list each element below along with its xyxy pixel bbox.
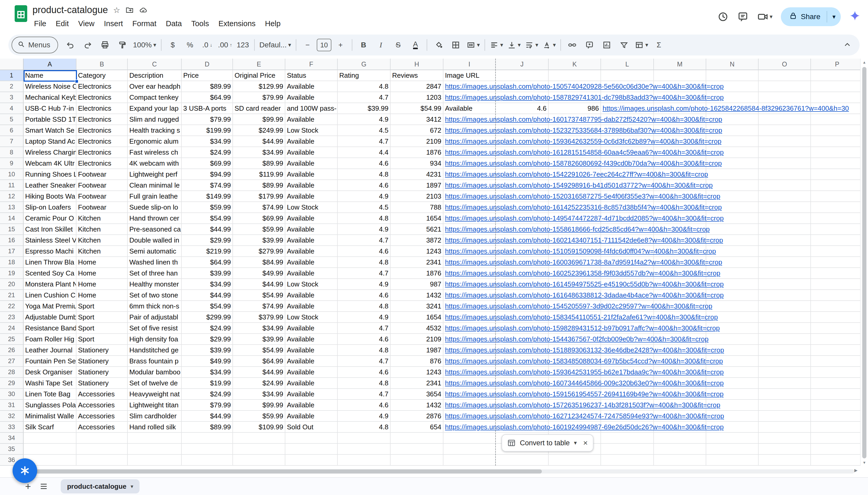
cell-A8[interactable]: Wireless Chargin [23,147,77,158]
cell-B23[interactable]: Sport [77,312,128,323]
col-header-B[interactable]: B [77,58,128,70]
cell-O27[interactable] [758,356,811,367]
cell-E18[interactable]: $84.99 [233,257,285,268]
cell-H10[interactable]: 4231 [390,169,444,180]
cell-C24[interactable]: Set of five resist [128,323,182,334]
cell-F1[interactable]: Status [285,70,338,81]
cell-P35[interactable] [811,444,864,455]
cell-A26[interactable]: Leather Journal [23,345,77,356]
cell-I16[interactable]: https://images.unsplash.com/photo-160214… [444,235,496,246]
cell-B35[interactable] [77,444,128,455]
cell-M34[interactable] [654,433,706,444]
cell-D26[interactable]: $39.99 [182,345,233,356]
all-sheets-button[interactable] [39,482,48,491]
cell-N15[interactable] [706,224,758,235]
cell-F28[interactable]: Available [285,367,338,378]
cell-link[interactable]: https://images.unsplash.com/photo-154229… [445,169,708,180]
cell-C14[interactable]: Hand thrown cer [128,213,182,224]
cell-E14[interactable]: $69.99 [233,213,285,224]
menus-search[interactable]: Menus [12,37,58,53]
cell-O28[interactable] [758,367,811,378]
fill-handle[interactable] [75,80,79,83]
sheet-tab-product-catalogue[interactable]: product-catalogue ▾ [61,479,139,493]
cell-O20[interactable] [758,279,811,290]
cell-H16[interactable]: 3872 [390,235,444,246]
cell-I1[interactable]: Image URL [444,70,496,81]
cell-C8[interactable]: Fast wireless ch [128,147,182,158]
cell-O29[interactable] [758,378,811,389]
cell-F31[interactable]: Available [285,400,338,411]
fill-color-button[interactable] [430,37,447,53]
cell-H14[interactable]: 1654 [390,213,444,224]
close-icon[interactable]: × [583,439,588,447]
cell-E33[interactable]: $109.99 [233,422,285,433]
cell-D3[interactable]: $64.99 [182,92,233,103]
cell-P28[interactable] [811,367,864,378]
cell-F2[interactable]: Available [285,81,338,92]
cell-I33[interactable]: https://images.unsplash.com/photo-160192… [444,422,496,433]
cell-F10[interactable]: Available [285,169,338,180]
cell-F13[interactable]: Low Stock [285,202,338,213]
cell-F16[interactable]: Available [285,235,338,246]
cell-A2[interactable]: Wireless Noise C [23,81,77,92]
cell-P23[interactable] [811,312,864,323]
cloud-saved-icon[interactable] [139,6,147,14]
cell-E5[interactable]: $99.99 [233,114,285,125]
cell-C25[interactable]: High density foa [128,334,182,345]
cell-B5[interactable]: Electronics [77,114,128,125]
cell-G33[interactable]: 4.8 [338,422,390,433]
cell-D24[interactable]: $24.99 [182,323,233,334]
cell-O15[interactable] [758,224,811,235]
cell-link[interactable]: https://images.unsplash.com/photo-159828… [445,323,720,333]
row-header-23[interactable]: 23 [0,312,23,323]
cell-C9[interactable]: 4K webcam with [128,158,182,169]
cell-A3[interactable]: Mechanical Keyb [23,92,77,103]
cell-G4[interactable]: $39.99 [338,103,390,114]
cell-C21[interactable]: Set of two stone [128,290,182,301]
cell-link[interactable]: https://images.unsplash.com/photo-152031… [445,191,720,202]
cell-A19[interactable]: Scented Soy Ca [23,268,77,279]
cell-D18[interactable]: $64.99 [182,257,233,268]
text-color-button[interactable]: A [407,37,423,53]
cell-H11[interactable]: 1897 [390,180,444,191]
cell-G25[interactable]: 4.6 [338,334,390,345]
increase-font-size-button[interactable]: + [332,37,349,53]
borders-button[interactable] [448,37,464,53]
cell-B36[interactable] [77,455,128,466]
cell-I14[interactable]: https://images.unsplash.com/photo-149547… [444,213,496,224]
cell-B33[interactable]: Accessories [77,422,128,433]
cell-C1[interactable]: Description [128,70,182,81]
cell-I24[interactable]: https://images.unsplash.com/photo-159828… [444,323,496,334]
cell-link[interactable]: https://images.unsplash.com/photo-161459… [445,279,724,289]
row-header-13[interactable]: 13 [0,202,23,213]
cell-link[interactable]: https://images.unsplash.com/photo-160214… [445,235,723,245]
cell-G13[interactable]: 4.5 [338,202,390,213]
row-header-25[interactable]: 25 [0,334,23,345]
cell-E29[interactable]: $24.99 [233,378,285,389]
cell-link[interactable]: https://images.unsplash.com/photo-159364… [445,136,721,147]
cell-P33[interactable] [811,422,864,433]
cell-E34[interactable] [233,433,285,444]
cell-H12[interactable]: 2103 [390,191,444,202]
cell-E22[interactable]: $74.99 [233,301,285,312]
cell-A6[interactable]: Smart Watch Se [23,125,77,136]
col-header-L[interactable]: L [601,58,654,70]
cell-B6[interactable]: Electronics [77,125,128,136]
cell-H34[interactable] [390,433,444,444]
cell-F5[interactable]: Available [285,114,338,125]
cell-C12[interactable]: Full grain leathe [128,191,182,202]
cell-link[interactable]: https://images.unsplash.com/photo-155861… [445,224,710,235]
percent-format-button[interactable]: % [182,37,198,53]
cell-H4[interactable]: $54.99 [390,103,444,114]
cell-C6[interactable]: Health tracking s [128,125,182,136]
cell-G28[interactable]: 4.6 [338,367,390,378]
cell-C3[interactable]: Compact tenkey [128,92,182,103]
cell-C29[interactable]: Set of twelve de [128,378,182,389]
horizontal-scroll-thumb[interactable] [23,470,542,474]
cell-H17[interactable]: 1243 [390,246,444,257]
cell-F11[interactable]: Available [285,180,338,191]
cell-P15[interactable] [811,224,864,235]
menu-help[interactable]: Help [260,18,285,29]
cell-M36[interactable] [654,455,706,466]
cell-F25[interactable]: Available [285,334,338,345]
